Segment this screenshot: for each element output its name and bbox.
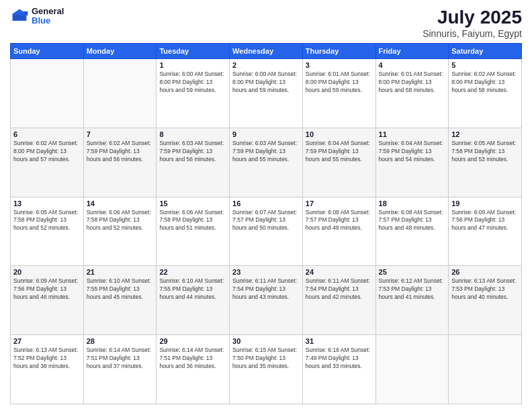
page: General Blue July 2025 Sinnuris, Faiyum,… (0, 0, 532, 411)
day-number: 30 (232, 337, 300, 345)
table-row: 7Sunrise: 6:02 AM Sunset: 7:59 PM Daylig… (83, 128, 157, 197)
day-number: 13 (13, 199, 81, 208)
table-row: 19Sunrise: 6:09 AM Sunset: 7:56 PM Dayli… (449, 197, 522, 266)
day-number: 22 (159, 268, 226, 276)
logo-general-label: General (32, 7, 64, 16)
day-number: 19 (451, 199, 519, 208)
day-detail: Sunrise: 6:12 AM Sunset: 7:53 PM Dayligh… (379, 277, 446, 302)
day-detail: Sunrise: 6:08 AM Sunset: 7:57 PM Dayligh… (379, 209, 446, 233)
table-row: 5Sunrise: 6:02 AM Sunset: 8:00 PM Daylig… (449, 59, 522, 128)
day-number: 15 (159, 199, 226, 208)
day-detail: Sunrise: 6:10 AM Sunset: 7:55 PM Dayligh… (87, 277, 154, 302)
day-detail: Sunrise: 6:16 AM Sunset: 7:49 PM Dayligh… (306, 347, 373, 371)
day-number: 2 (232, 61, 300, 69)
table-row: 18Sunrise: 6:08 AM Sunset: 7:57 PM Dayli… (375, 197, 449, 266)
table-row: 2Sunrise: 6:00 AM Sunset: 8:00 PM Daylig… (230, 59, 303, 128)
day-number: 31 (306, 337, 373, 345)
day-detail: Sunrise: 6:14 AM Sunset: 7:51 PM Dayligh… (87, 347, 154, 371)
day-number: 29 (159, 337, 226, 345)
col-thursday: Thursday (302, 44, 375, 59)
table-row: 17Sunrise: 6:08 AM Sunset: 7:57 PM Dayli… (302, 197, 375, 266)
day-number: 6 (13, 130, 81, 138)
day-number: 23 (232, 268, 300, 276)
day-number: 18 (379, 199, 446, 208)
svg-rect-2 (13, 15, 26, 20)
calendar-week-row: 6Sunrise: 6:02 AM Sunset: 8:00 PM Daylig… (11, 128, 522, 197)
day-number: 10 (306, 130, 373, 138)
day-detail: Sunrise: 6:13 AM Sunset: 7:53 PM Dayligh… (451, 277, 519, 302)
calendar-week-row: 13Sunrise: 6:05 AM Sunset: 7:58 PM Dayli… (11, 197, 522, 266)
day-number: 26 (451, 268, 519, 276)
calendar-week-row: 1Sunrise: 6:00 AM Sunset: 8:00 PM Daylig… (11, 59, 522, 128)
table-row: 28Sunrise: 6:14 AM Sunset: 7:51 PM Dayli… (83, 335, 157, 404)
day-detail: Sunrise: 6:02 AM Sunset: 7:59 PM Dayligh… (87, 140, 154, 164)
calendar-header-row: Sunday Monday Tuesday Wednesday Thursday… (11, 44, 522, 59)
table-row: 12Sunrise: 6:05 AM Sunset: 7:58 PM Dayli… (449, 128, 522, 197)
main-title: July 2025 (423, 7, 522, 28)
table-row: 21Sunrise: 6:10 AM Sunset: 7:55 PM Dayli… (83, 266, 157, 335)
logo-blue-label: Blue (32, 16, 64, 26)
day-number: 21 (87, 268, 154, 276)
day-number: 27 (13, 337, 81, 345)
table-row: 4Sunrise: 6:01 AM Sunset: 8:00 PM Daylig… (375, 59, 449, 128)
subtitle: Sinnuris, Faiyum, Egypt (423, 28, 522, 39)
col-tuesday: Tuesday (157, 44, 230, 59)
day-detail: Sunrise: 6:00 AM Sunset: 8:00 PM Dayligh… (232, 71, 300, 95)
header: General Blue July 2025 Sinnuris, Faiyum,… (10, 7, 522, 39)
calendar-week-row: 20Sunrise: 6:09 AM Sunset: 7:56 PM Dayli… (11, 266, 522, 335)
calendar-table: Sunday Monday Tuesday Wednesday Thursday… (10, 43, 522, 404)
table-row: 25Sunrise: 6:12 AM Sunset: 7:53 PM Dayli… (375, 266, 449, 335)
table-row (449, 335, 522, 404)
day-detail: Sunrise: 6:06 AM Sunset: 7:58 PM Dayligh… (87, 209, 154, 233)
table-row: 3Sunrise: 6:01 AM Sunset: 8:00 PM Daylig… (302, 59, 375, 128)
day-number: 8 (159, 130, 226, 138)
col-sunday: Sunday (11, 44, 84, 59)
logo-icon (10, 7, 29, 26)
day-number: 17 (306, 199, 373, 208)
logo: General Blue (10, 7, 64, 26)
day-detail: Sunrise: 6:10 AM Sunset: 7:55 PM Dayligh… (159, 277, 226, 302)
day-detail: Sunrise: 6:15 AM Sunset: 7:50 PM Dayligh… (232, 347, 300, 371)
day-number: 1 (159, 61, 226, 69)
col-saturday: Saturday (449, 44, 522, 59)
table-row: 13Sunrise: 6:05 AM Sunset: 7:58 PM Dayli… (11, 197, 84, 266)
day-detail: Sunrise: 6:07 AM Sunset: 7:57 PM Dayligh… (232, 209, 300, 233)
table-row: 10Sunrise: 6:04 AM Sunset: 7:59 PM Dayli… (302, 128, 375, 197)
day-detail: Sunrise: 6:09 AM Sunset: 7:56 PM Dayligh… (451, 209, 519, 233)
day-detail: Sunrise: 6:02 AM Sunset: 8:00 PM Dayligh… (451, 71, 519, 95)
table-row: 26Sunrise: 6:13 AM Sunset: 7:53 PM Dayli… (449, 266, 522, 335)
day-number: 4 (379, 61, 446, 69)
table-row: 29Sunrise: 6:14 AM Sunset: 7:51 PM Dayli… (157, 335, 230, 404)
day-detail: Sunrise: 6:06 AM Sunset: 7:58 PM Dayligh… (159, 209, 226, 233)
day-number: 3 (306, 61, 373, 69)
day-detail: Sunrise: 6:01 AM Sunset: 8:00 PM Dayligh… (306, 71, 373, 95)
day-detail: Sunrise: 6:09 AM Sunset: 7:56 PM Dayligh… (13, 277, 81, 302)
day-number: 16 (232, 199, 300, 208)
day-number: 11 (379, 130, 446, 138)
day-detail: Sunrise: 6:02 AM Sunset: 8:00 PM Dayligh… (13, 140, 81, 164)
table-row: 6Sunrise: 6:02 AM Sunset: 8:00 PM Daylig… (11, 128, 84, 197)
table-row: 15Sunrise: 6:06 AM Sunset: 7:58 PM Dayli… (157, 197, 230, 266)
table-row: 24Sunrise: 6:11 AM Sunset: 7:54 PM Dayli… (302, 266, 375, 335)
calendar-week-row: 27Sunrise: 6:13 AM Sunset: 7:52 PM Dayli… (11, 335, 522, 404)
day-number: 28 (87, 337, 154, 345)
table-row: 1Sunrise: 6:00 AM Sunset: 8:00 PM Daylig… (157, 59, 230, 128)
day-number: 20 (13, 268, 81, 276)
table-row: 30Sunrise: 6:15 AM Sunset: 7:50 PM Dayli… (230, 335, 303, 404)
table-row: 16Sunrise: 6:07 AM Sunset: 7:57 PM Dayli… (230, 197, 303, 266)
day-detail: Sunrise: 6:11 AM Sunset: 7:54 PM Dayligh… (232, 277, 300, 302)
table-row: 9Sunrise: 6:03 AM Sunset: 7:59 PM Daylig… (230, 128, 303, 197)
day-detail: Sunrise: 6:14 AM Sunset: 7:51 PM Dayligh… (159, 347, 226, 371)
day-number: 9 (232, 130, 300, 138)
table-row: 27Sunrise: 6:13 AM Sunset: 7:52 PM Dayli… (11, 335, 84, 404)
table-row: 8Sunrise: 6:03 AM Sunset: 7:59 PM Daylig… (157, 128, 230, 197)
day-number: 25 (379, 268, 446, 276)
col-monday: Monday (83, 44, 157, 59)
day-detail: Sunrise: 6:04 AM Sunset: 7:59 PM Dayligh… (379, 140, 446, 164)
day-detail: Sunrise: 6:01 AM Sunset: 8:00 PM Dayligh… (379, 71, 446, 95)
logo-text: General Blue (32, 7, 64, 26)
day-detail: Sunrise: 6:05 AM Sunset: 7:58 PM Dayligh… (451, 140, 519, 164)
col-wednesday: Wednesday (230, 44, 303, 59)
table-row: 14Sunrise: 6:06 AM Sunset: 7:58 PM Dayli… (83, 197, 157, 266)
day-detail: Sunrise: 6:03 AM Sunset: 7:59 PM Dayligh… (159, 140, 226, 164)
